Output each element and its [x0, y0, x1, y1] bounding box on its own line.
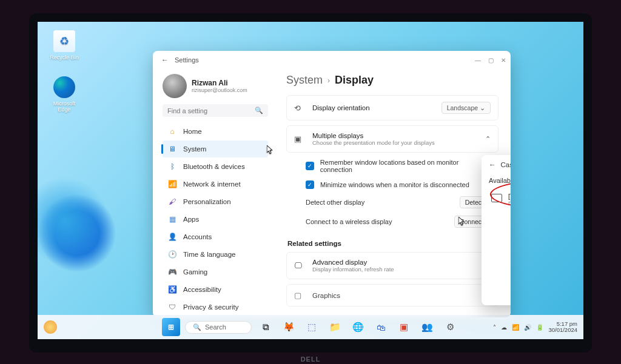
window-title: Settings: [175, 56, 475, 64]
nav-accounts[interactable]: 👤Accounts: [163, 228, 268, 245]
nav-network[interactable]: 📶Network & internet: [163, 176, 268, 193]
settings-window: ← Settings — ▢ ✕ Rizwan Ali rizisuper@ou…: [153, 51, 511, 317]
avatar: [163, 74, 187, 98]
start-button[interactable]: ⊞: [162, 318, 180, 336]
recycle-bin-icon: ♻: [53, 30, 75, 52]
taskbar-search[interactable]: 🔍 Search: [185, 321, 252, 334]
teams-button[interactable]: 👥: [418, 318, 436, 336]
minimize-button[interactable]: —: [475, 57, 481, 64]
recycle-bin-shortcut[interactable]: ♻ Recycle Bin: [46, 30, 82, 61]
system-tray[interactable]: ˄ ☁ 📶 🔊 🔋 5:17 pm 30/01/2024: [493, 321, 577, 334]
device-name: [TV] Samsung 8 Series (55): [508, 193, 511, 200]
cast-device-item[interactable]: [TV] Samsung 8 Series (55) Display: [489, 189, 511, 210]
nav-time[interactable]: 🕑Time & language: [163, 246, 268, 263]
connect-wireless-row: Connect to a wireless display Connect: [289, 212, 496, 231]
cast-title: Cast: [501, 161, 511, 168]
content-pane: System › Display ⟲ Display orientation L…: [274, 69, 511, 317]
settings-taskbar-button[interactable]: ⚙: [441, 318, 459, 336]
device-kind: Display: [508, 200, 511, 207]
sidebar: Rizwan Ali rizisuper@outlook.com 🔍 ⌂Home…: [153, 69, 274, 317]
back-button[interactable]: ←: [158, 56, 172, 64]
edge-label: Microsoft Edge: [46, 101, 82, 113]
recycle-bin-label: Recycle Bin: [46, 55, 82, 61]
orientation-icon: ⟲: [294, 104, 305, 113]
clock[interactable]: 5:17 pm 30/01/2024: [548, 321, 577, 334]
accessibility-icon: ♿: [167, 285, 177, 294]
titlebar: ← Settings — ▢ ✕: [153, 51, 511, 69]
checkbox-checked-icon[interactable]: ✓: [306, 180, 314, 189]
bluetooth-icon: ᛒ: [167, 162, 177, 171]
multiple-displays-expanded: ✓ Remember window locations based on mon…: [286, 155, 498, 231]
cast-back-button[interactable]: ←: [489, 161, 496, 168]
shield-icon: 🛡: [167, 302, 177, 312]
available-displays-heading: Available displays: [489, 177, 511, 184]
settings-search[interactable]: 🔍: [163, 104, 268, 117]
minimize-windows-row[interactable]: ✓ Minimize windows when a monitor is dis…: [289, 177, 496, 193]
nav-personalization[interactable]: 🖌Personalization: [163, 193, 268, 210]
checkbox-checked-icon[interactable]: ✓: [306, 162, 314, 170]
edge-shortcut[interactable]: Microsoft Edge: [46, 76, 82, 113]
profile-email: rizisuper@outlook.com: [192, 87, 247, 93]
nav-privacy[interactable]: 🛡Privacy & security: [163, 299, 268, 316]
crumb-display: Display: [335, 74, 374, 87]
edge-icon: [53, 76, 75, 98]
advanced-display-row[interactable]: 🖵 Advanced display Display information, …: [286, 252, 498, 279]
settings-search-input[interactable]: [167, 107, 255, 114]
taskbar: ⊞ 🔍 Search ⧉ 🦊 ⬚ 📁 🌐 🛍 ▣ 👥 ⚙ ˄ ☁ 📶 🔊 🔋 5…: [38, 315, 583, 339]
store-button[interactable]: 🛍: [372, 318, 390, 336]
wifi-tray-icon[interactable]: 📶: [512, 324, 519, 331]
edge-taskbar-button[interactable]: 🌐: [349, 318, 367, 336]
chevron-right-icon: ›: [327, 76, 330, 85]
graphics-row[interactable]: ▢ Graphics: [286, 284, 498, 306]
volume-tray-icon[interactable]: 🔊: [524, 324, 531, 331]
chevron-up-icon: ⌃: [485, 135, 491, 143]
system-icon: 🖥: [167, 144, 177, 154]
tv-icon: [491, 194, 502, 202]
search-icon: 🔍: [193, 323, 201, 331]
multiple-displays-row[interactable]: ▣ Multiple displays Choose the presentat…: [286, 125, 498, 153]
pinned-app-3[interactable]: ▣: [395, 318, 413, 336]
nav-apps[interactable]: ▦Apps: [163, 211, 268, 228]
search-icon: 🔍: [255, 107, 263, 114]
close-button[interactable]: ✕: [501, 57, 506, 64]
laptop-screen: ♻ Recycle Bin Microsoft Edge ← Settings …: [29, 13, 592, 352]
nav-bluetooth[interactable]: ᛒBluetooth & devices: [163, 158, 268, 175]
nav-home[interactable]: ⌂Home: [163, 123, 268, 140]
nav-accessibility[interactable]: ♿Accessibility: [163, 281, 268, 298]
home-icon: ⌂: [167, 127, 177, 136]
related-settings-title: Related settings: [287, 240, 498, 247]
battery-tray-icon[interactable]: 🔋: [536, 324, 543, 331]
gamepad-icon: 🎮: [167, 267, 177, 277]
onedrive-icon[interactable]: ☁: [501, 324, 507, 331]
remember-locations-row[interactable]: ✓ Remember window locations based on mon…: [289, 155, 496, 177]
cast-flyout: ← Cast ⚲ ✕ Available displays [TV] Samsu…: [482, 155, 511, 305]
graphics-icon: ▢: [294, 291, 305, 300]
apps-icon: ▦: [167, 214, 177, 224]
nav-system[interactable]: 🖥System: [163, 141, 268, 157]
display-orientation-row[interactable]: ⟲ Display orientation Landscape ⌄: [286, 95, 498, 121]
crumb-system[interactable]: System: [286, 74, 323, 87]
breadcrumb: System › Display: [286, 74, 498, 87]
nav-gaming[interactable]: 🎮Gaming: [163, 263, 268, 280]
wifi-icon: 📶: [167, 179, 177, 189]
task-view-button[interactable]: ⧉: [257, 318, 275, 336]
pinned-app-2[interactable]: ⬚: [303, 318, 321, 336]
pinned-app-1[interactable]: 🦊: [280, 318, 298, 336]
multiple-displays-icon: ▣: [294, 134, 305, 144]
clock-icon: 🕑: [167, 250, 177, 259]
profile-name: Rizwan Ali: [192, 79, 247, 87]
profile-block[interactable]: Rizwan Ali rizisuper@outlook.com: [163, 74, 268, 98]
person-icon: 👤: [167, 232, 177, 242]
file-explorer-button[interactable]: 📁: [326, 318, 344, 336]
wallpaper-bloom: [29, 170, 141, 297]
monitor-icon: 🖵: [294, 261, 305, 270]
dell-logo: DELL: [301, 356, 321, 363]
chevron-down-icon: ⌄: [480, 104, 485, 111]
orientation-dropdown[interactable]: Landscape ⌄: [441, 102, 491, 114]
detect-display-row: Detect other display Detect: [289, 193, 496, 212]
weather-widget[interactable]: [44, 320, 57, 334]
brush-icon: 🖌: [167, 197, 177, 207]
tray-chevron-icon[interactable]: ˄: [493, 324, 496, 331]
maximize-button[interactable]: ▢: [488, 57, 494, 64]
